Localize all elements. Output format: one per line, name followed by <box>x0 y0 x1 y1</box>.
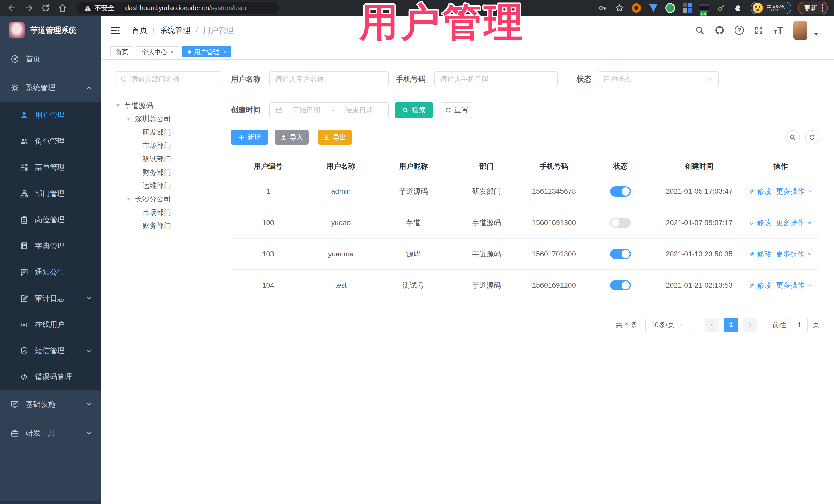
tree-node[interactable]: 市场部门 <box>115 139 221 152</box>
sidebar-item-audit-log[interactable]: 审计日志 <box>0 285 101 311</box>
extension-grid-icon[interactable] <box>682 3 692 13</box>
column-header[interactable]: 用户昵称 <box>376 161 451 171</box>
status-toggle[interactable] <box>610 249 631 259</box>
sidebar-item-sms[interactable]: 短信管理 <box>0 338 101 364</box>
dept-search-input[interactable] <box>131 75 216 83</box>
column-header[interactable]: 部门 <box>451 161 523 171</box>
address-bar[interactable]: 不安全 dashboard.yudao.iocoder.cn /system/u… <box>76 2 279 14</box>
edit-link[interactable]: 修改 <box>749 218 771 227</box>
browser-profile-button[interactable]: 已暂停 <box>751 2 791 14</box>
caret-down-icon[interactable] <box>115 104 120 107</box>
breadcrumb-section[interactable]: 系统管理 <box>160 25 191 36</box>
tab-home[interactable]: 首页 <box>110 46 133 57</box>
sidebar-item-online-users[interactable]: 在线用户 <box>0 311 101 338</box>
username-input[interactable] <box>269 71 389 87</box>
extension-key-icon[interactable] <box>716 3 726 13</box>
current-page-button[interactable]: 1 <box>724 318 738 332</box>
date-range-picker[interactable]: 开始日期 - 结束日期 <box>269 102 389 118</box>
status-select[interactable]: 用户状态 <box>598 71 719 87</box>
status-toggle[interactable] <box>610 186 631 197</box>
caret-down-icon[interactable] <box>126 117 131 120</box>
reload-icon[interactable] <box>40 2 51 14</box>
bookmark-star-icon[interactable] <box>615 3 624 13</box>
extension-gem-icon[interactable] <box>649 3 658 13</box>
sidebar-item-system[interactable]: 系统管理 <box>0 73 101 102</box>
extension-switch-icon[interactable]: on <box>699 3 709 13</box>
security-warning-icon[interactable] <box>84 4 91 12</box>
sidebar-item-error-codes[interactable]: 错误码管理 <box>0 364 101 390</box>
tree-node[interactable]: 芋道源码 <box>115 99 221 112</box>
export-button[interactable]: 导出 <box>318 130 352 145</box>
user-avatar[interactable] <box>793 21 807 40</box>
url-path[interactable]: /system/user <box>209 4 247 12</box>
column-header[interactable]: 状态 <box>585 161 656 171</box>
tab-user-management[interactable]: 用户管理 × <box>182 46 232 57</box>
more-actions-link[interactable]: 更多操作 <box>776 281 812 290</box>
column-header[interactable]: 手机号码 <box>523 161 585 171</box>
sidebar-item-menus[interactable]: 菜单管理 <box>0 154 101 181</box>
url-host[interactable]: dashboard.yudao.iocoder.cn <box>125 4 209 12</box>
sidebar-item-dict[interactable]: 字典管理 <box>0 233 101 259</box>
status-toggle[interactable] <box>610 280 631 290</box>
github-icon[interactable] <box>715 25 724 35</box>
search-button[interactable]: 搜索 <box>395 102 433 118</box>
sidebar-logo[interactable]: 芋道管理系统 <box>0 16 101 45</box>
next-page-button[interactable] <box>743 318 757 332</box>
sidebar-item-home[interactable]: 首页 <box>0 45 101 73</box>
sidebar-item-notice[interactable]: 通知公告 <box>0 259 101 285</box>
tree-node[interactable]: 测试部门 <box>115 152 221 166</box>
more-actions-link[interactable]: 更多操作 <box>776 187 812 196</box>
column-header[interactable]: 用户编号 <box>231 161 305 171</box>
caret-down-icon[interactable] <box>126 198 131 201</box>
tree-node[interactable]: 市场部门 <box>115 206 221 219</box>
breadcrumb-home[interactable]: 首页 <box>132 25 147 36</box>
reset-button[interactable]: 重置 <box>441 102 473 118</box>
extension-orange-icon[interactable] <box>632 3 641 13</box>
extension-green-icon[interactable] <box>665 3 675 13</box>
column-header[interactable]: 创建时间 <box>656 161 742 171</box>
column-header[interactable]: 用户名称 <box>305 161 376 171</box>
security-label[interactable]: 不安全 <box>94 4 114 13</box>
more-actions-link[interactable]: 更多操作 <box>776 218 812 227</box>
edit-link[interactable]: 修改 <box>749 187 771 196</box>
sidebar-item-dev-tools[interactable]: 研发工具 <box>0 419 101 447</box>
sidebar-item-depts[interactable]: 部门管理 <box>0 181 101 207</box>
hamburger-icon[interactable] <box>110 25 120 36</box>
page-size-select[interactable]: 10条/页 <box>645 318 690 332</box>
extensions-puzzle-icon[interactable] <box>733 3 743 13</box>
tree-node[interactable]: 研发部门 <box>115 126 221 139</box>
mobile-input[interactable] <box>435 71 557 87</box>
tree-node[interactable]: 财务部门 <box>115 166 221 179</box>
prev-page-button[interactable] <box>705 318 719 332</box>
sidebar-item-infra[interactable]: 基础设施 <box>0 390 101 419</box>
status-toggle[interactable] <box>610 218 631 228</box>
column-header[interactable]: 操作 <box>742 161 819 171</box>
tab-profile[interactable]: 个人中心 × <box>136 46 179 57</box>
tree-node[interactable]: 运维部门 <box>115 179 221 193</box>
tree-node[interactable]: 深圳总公司 <box>115 112 221 126</box>
sidebar-item-users[interactable]: 用户管理 <box>0 102 101 128</box>
help-icon[interactable] <box>735 26 744 35</box>
goto-page-input[interactable] <box>791 318 808 332</box>
add-button[interactable]: 新增 <box>231 130 268 145</box>
avatar-caret-icon[interactable] <box>814 33 819 36</box>
back-icon[interactable] <box>6 2 18 14</box>
sidebar-item-roles[interactable]: 角色管理 <box>0 128 101 154</box>
sidebar-item-posts[interactable]: 岗位管理 <box>0 207 101 233</box>
import-button[interactable]: 导入 <box>275 130 309 145</box>
font-size-icon[interactable] <box>774 25 783 35</box>
home-icon[interactable] <box>57 2 68 14</box>
close-icon[interactable]: × <box>223 49 226 55</box>
edit-link[interactable]: 修改 <box>749 249 771 259</box>
password-key-icon[interactable] <box>598 3 608 13</box>
refresh-icon[interactable] <box>805 130 819 145</box>
edit-link[interactable]: 修改 <box>749 281 771 290</box>
browser-update-button[interactable]: 更新 <box>798 2 828 14</box>
tree-node[interactable]: 财务部门 <box>115 219 221 233</box>
tree-node[interactable]: 长沙分公司 <box>115 193 221 206</box>
forward-icon[interactable] <box>23 2 35 14</box>
close-icon[interactable]: × <box>170 49 174 55</box>
toggle-search-icon[interactable] <box>786 130 800 145</box>
more-actions-link[interactable]: 更多操作 <box>776 249 812 259</box>
fullscreen-icon[interactable] <box>754 26 764 35</box>
